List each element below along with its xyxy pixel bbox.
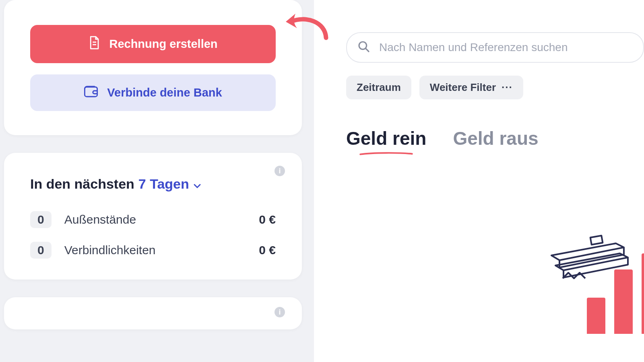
period-prefix: In den nächsten — [30, 176, 134, 192]
document-icon — [88, 35, 100, 53]
payables-label: Verbindlichkeiten — [64, 243, 246, 257]
receivables-count: 0 — [30, 211, 52, 228]
search-icon — [357, 40, 370, 55]
connect-bank-button[interactable]: Verbinde deine Bank — [30, 74, 276, 111]
search-box — [346, 32, 644, 63]
payables-amount: 0 € — [259, 243, 276, 257]
payables-row: 0 Verbindlichkeiten 0 € — [30, 242, 276, 259]
filter-row: Zeitraum Weitere Filter ··· — [346, 76, 644, 99]
money-tabs: Geld rein Geld raus — [346, 128, 644, 152]
tab-money-out-label: Geld raus — [453, 128, 538, 149]
info-icon[interactable]: i — [275, 166, 285, 176]
filter-period-chip[interactable]: Zeitraum — [346, 76, 411, 99]
upcoming-card: i In den nächsten 7 Tagen 0 Außenstände … — [4, 153, 302, 280]
actions-card: Rechnung erstellen Verbinde deine Bank — [4, 0, 302, 135]
empty-state-illustration — [587, 253, 644, 334]
bar — [587, 298, 605, 334]
ellipsis-icon: ··· — [502, 81, 513, 94]
svg-rect-5 — [590, 236, 603, 245]
create-invoice-button[interactable]: Rechnung erstellen — [30, 25, 276, 63]
bar — [642, 253, 644, 334]
period-value-label: 7 Tagen — [138, 176, 189, 192]
payables-count: 0 — [30, 242, 52, 259]
info-icon[interactable]: i — [275, 307, 285, 317]
search-input[interactable] — [346, 32, 644, 63]
receivables-label: Außenstände — [64, 213, 246, 226]
receivables-row: 0 Außenstände 0 € — [30, 211, 276, 228]
books-icon — [543, 217, 640, 286]
filter-more-chip[interactable]: Weitere Filter ··· — [419, 76, 523, 99]
receivables-amount: 0 € — [259, 213, 276, 226]
tab-money-in-label: Geld rein — [346, 128, 426, 149]
create-invoice-label: Rechnung erstellen — [109, 37, 217, 51]
filter-more-label: Weitere Filter — [430, 81, 496, 94]
tab-money-out[interactable]: Geld raus — [453, 128, 538, 152]
wallet-icon — [84, 85, 98, 101]
main-panel: Zeitraum Weitere Filter ··· Geld rein Ge… — [314, 0, 644, 362]
tab-money-in[interactable]: Geld rein — [346, 128, 426, 152]
chevron-down-icon — [193, 176, 201, 192]
period-selector: In den nächsten 7 Tagen — [30, 176, 276, 192]
period-dropdown[interactable]: 7 Tagen — [138, 176, 201, 192]
connect-bank-label: Verbinde deine Bank — [107, 86, 222, 99]
filter-period-label: Zeitraum — [357, 81, 401, 94]
lower-card: i — [4, 297, 302, 329]
svg-line-4 — [366, 49, 369, 51]
